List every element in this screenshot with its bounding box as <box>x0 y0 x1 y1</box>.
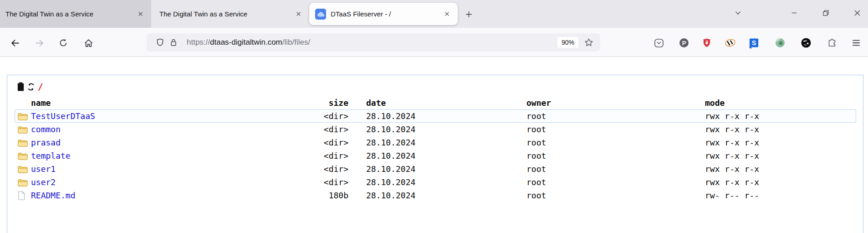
header-date[interactable]: date <box>366 98 526 108</box>
file-owner: root <box>526 138 705 147</box>
navigation-toolbar: https://dtaas-digitaltwin.com/lib/files/… <box>0 28 868 57</box>
file-row[interactable]: user2 <dir> 28.10.2024 root rwx r-x r-x <box>15 176 856 189</box>
reload-icon <box>59 38 68 47</box>
password-shield-icon[interactable] <box>699 35 715 51</box>
file-table-header: name size date owner mode <box>15 96 856 109</box>
file-row[interactable]: TestUserDTaaS <dir> 28.10.2024 root rwx … <box>15 109 856 123</box>
chevron-down-icon <box>734 9 742 17</box>
close-icon <box>853 9 861 17</box>
tab-dtaas-fileserver-active[interactable]: DTaaS Fileserver - / <box>309 3 458 25</box>
url-scheme: https:// <box>187 38 210 47</box>
file-owner: root <box>526 177 705 187</box>
folder-icon <box>18 139 28 147</box>
file-name-link[interactable]: README.md <box>31 191 76 200</box>
list-all-tabs-button[interactable] <box>726 0 750 26</box>
bookmark-star-icon[interactable] <box>582 36 596 49</box>
file-owner: root <box>526 164 705 174</box>
file-mode: rwx r-x r-x <box>705 138 856 147</box>
file-mode: rw- r-- r-- <box>705 191 856 200</box>
app-menu-icon[interactable] <box>848 35 864 51</box>
page-content: / name size date owner mode TestUserDTaa… <box>0 57 868 233</box>
file-row[interactable]: user1 <dir> 28.10.2024 root rwx r-x r-x <box>15 162 856 176</box>
extensions-puzzle-icon[interactable] <box>824 35 840 51</box>
file-date: 28.10.2024 <box>366 124 526 134</box>
file-name-link[interactable]: user1 <box>31 164 56 174</box>
file-mode: rwx r-x r-x <box>705 177 856 187</box>
file-name-link[interactable]: template <box>31 151 71 161</box>
file-size: <dir> <box>281 138 348 147</box>
close-window-button[interactable] <box>845 0 868 26</box>
privacy-badger-icon[interactable] <box>722 35 738 51</box>
tab-close-button[interactable] <box>134 8 147 21</box>
minimize-icon <box>791 9 798 16</box>
home-button[interactable] <box>81 35 96 51</box>
url-path: /lib/files/ <box>282 38 310 47</box>
refresh-icon[interactable] <box>27 83 35 91</box>
header-mode[interactable]: mode <box>705 98 856 108</box>
plus-icon <box>465 10 473 18</box>
url-host: dtaas-digitaltwin.com <box>210 38 282 47</box>
folder-icon <box>18 125 28 134</box>
url-text[interactable]: https://dtaas-digitaltwin.com/lib/files/ <box>187 38 557 47</box>
file-row[interactable]: prasad <dir> 28.10.2024 root rwx r-x r-x <box>15 136 856 149</box>
pocket-icon[interactable] <box>651 35 667 51</box>
file-name-link[interactable]: prasad <box>31 138 61 147</box>
header-size[interactable]: size <box>281 98 348 108</box>
tracking-protection-shield-icon[interactable] <box>153 36 167 49</box>
file-owner: root <box>526 124 705 134</box>
file-mode: rwx r-x r-x <box>705 151 856 161</box>
restore-icon <box>822 9 830 17</box>
file-date: 28.10.2024 <box>366 191 526 200</box>
file-size: <dir> <box>281 151 348 161</box>
tab-digital-twin-1[interactable]: The Digital Twin as a Service <box>0 0 151 28</box>
cloud-favicon-icon <box>315 9 326 20</box>
header-owner[interactable]: owner <box>526 98 705 108</box>
close-icon <box>138 11 143 17</box>
file-size: <dir> <box>281 124 348 134</box>
reload-button[interactable] <box>56 35 71 51</box>
file-date: 28.10.2024 <box>366 177 526 187</box>
tab-close-button[interactable] <box>292 8 305 21</box>
close-icon <box>296 11 301 17</box>
svg-text:P: P <box>682 40 686 47</box>
header-name[interactable]: name <box>31 98 281 108</box>
s-blue-icon[interactable]: S <box>746 35 761 51</box>
file-table-body: TestUserDTaaS <dir> 28.10.2024 root rwx … <box>15 109 856 202</box>
lock-icon[interactable] <box>167 36 180 49</box>
file-name-link[interactable]: user2 <box>31 177 56 187</box>
file-owner: root <box>526 111 705 121</box>
file-name-link[interactable]: TestUserDTaaS <box>31 111 95 121</box>
back-arrow-icon <box>10 38 20 48</box>
file-mode: rwx r-x r-x <box>705 164 856 174</box>
fileserver-panel: / name size date owner mode TestUserDTaa… <box>7 75 863 233</box>
back-button[interactable] <box>7 35 23 51</box>
tab-digital-twin-2[interactable]: The Digital Twin as a Service <box>151 0 309 28</box>
url-bar[interactable]: https://dtaas-digitaltwin.com/lib/files/… <box>147 33 600 52</box>
svg-text:S: S <box>751 39 756 47</box>
folder-icon <box>18 152 28 160</box>
file-size: <dir> <box>281 177 348 187</box>
new-tab-button[interactable] <box>463 8 475 20</box>
tab-bar: The Digital Twin as a Service The Digita… <box>0 0 868 28</box>
file-row[interactable]: common <dir> 28.10.2024 root rwx r-x r-x <box>15 123 856 136</box>
restore-window-button[interactable] <box>814 0 837 26</box>
tab-title: The Digital Twin as a Service <box>5 10 134 18</box>
black-mask-icon[interactable] <box>798 35 814 51</box>
file-row[interactable]: template <dir> 28.10.2024 root rwx r-x r… <box>15 149 856 162</box>
tab-title: The Digital Twin as a Service <box>159 10 292 18</box>
root-directory-link[interactable]: / <box>38 82 43 91</box>
zoom-level-badge[interactable]: 90% <box>557 37 578 48</box>
folder-icon <box>18 112 28 120</box>
file-owner: root <box>526 191 705 200</box>
folder-icon <box>18 165 28 173</box>
file-date: 28.10.2024 <box>366 111 526 121</box>
forward-button[interactable] <box>31 35 47 51</box>
p-badge-icon[interactable]: P <box>676 35 692 51</box>
file-row[interactable]: README.md 180b 28.10.2024 root rw- r-- r… <box>15 189 856 202</box>
minimize-window-button[interactable] <box>782 0 806 26</box>
green-dial-icon[interactable] <box>772 35 788 51</box>
file-name-link[interactable]: common <box>31 124 61 134</box>
clipboard-icon[interactable] <box>17 82 24 91</box>
file-mode: rwx r-x r-x <box>705 124 856 134</box>
tab-close-button[interactable] <box>440 8 453 21</box>
